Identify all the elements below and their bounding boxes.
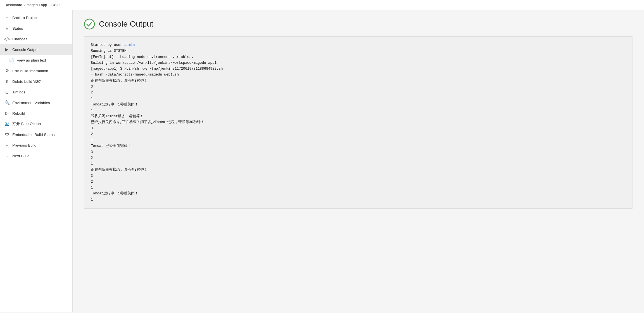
environment-variables-label: Environment Variables xyxy=(12,101,50,105)
sidebar-item-open-blue-ocean[interactable]: 🌊打开 Blue Ocean xyxy=(0,119,72,129)
sidebar-item-console-output[interactable]: ▶Console Output xyxy=(0,44,72,55)
sidebar-item-status[interactable]: ≡Status xyxy=(0,23,72,34)
sidebar-item-delete-build[interactable]: 🗑Delete build '#20' xyxy=(0,76,72,87)
changes-icon: </> xyxy=(4,36,9,41)
sidebar-item-next-build[interactable]: →Next Build xyxy=(0,150,72,161)
status-icon: ≡ xyxy=(4,26,9,31)
timings-icon: ⏱ xyxy=(4,90,9,95)
edit-build-information-icon: ⚙ xyxy=(4,68,9,73)
page-title-row: Console Output xyxy=(84,18,633,30)
embeddable-build-status-icon: 🛡 xyxy=(4,132,9,137)
sidebar-item-changes[interactable]: </>Changes xyxy=(0,34,72,44)
admin-link[interactable]: admin xyxy=(124,43,135,47)
embeddable-build-status-label: Embeddable Build Status xyxy=(12,133,55,137)
previous-build-label: Previous Build xyxy=(12,143,36,147)
environment-variables-icon: 🔍 xyxy=(4,100,9,105)
page-layout: ↑Back to Project≡Status</>Changes▶Consol… xyxy=(0,10,644,312)
console-output-box: Started by user admin Running as SYSTEM … xyxy=(84,36,633,209)
main-content: Console Output Started by user admin Run… xyxy=(73,10,644,312)
view-as-plain-text-label: View as plain text xyxy=(17,58,46,62)
next-build-label: Next Build xyxy=(12,154,30,158)
success-icon xyxy=(84,18,95,30)
sidebar-item-environment-variables[interactable]: 🔍Environment Variables xyxy=(0,97,72,108)
next-build-icon: → xyxy=(4,153,9,158)
timings-label: Timings xyxy=(12,90,25,94)
console-output-label: Console Output xyxy=(12,48,39,52)
page-title: Console Output xyxy=(99,20,153,29)
console-output-icon: ▶ xyxy=(4,47,9,52)
sidebar-item-back-to-project[interactable]: ↑Back to Project xyxy=(0,12,72,23)
sidebar-item-previous-build[interactable]: ←Previous Build xyxy=(0,140,72,150)
open-blue-ocean-icon: 🌊 xyxy=(4,121,9,126)
breadcrumb-dashboard[interactable]: Dashboard xyxy=(4,3,22,7)
sidebar-item-view-as-plain-text[interactable]: 📄View as plain text xyxy=(0,55,72,65)
back-to-project-label: Back to Project xyxy=(12,16,38,20)
breadcrumb-build: #20 xyxy=(53,3,60,7)
open-blue-ocean-label: 打开 Blue Ocean xyxy=(12,121,41,126)
previous-build-icon: ← xyxy=(4,143,9,148)
back-to-project-icon: ↑ xyxy=(4,15,9,20)
delete-build-label: Delete build '#20' xyxy=(12,79,41,84)
delete-build-icon: 🗑 xyxy=(4,79,9,84)
view-as-plain-text-icon: 📄 xyxy=(9,58,14,63)
breadcrumb: Dashboard › magedu-app1 › #20 xyxy=(0,0,644,10)
rebuild-label: Rebuild xyxy=(12,111,25,116)
changes-label: Changes xyxy=(12,37,27,41)
breadcrumb-project[interactable]: magedu-app1 xyxy=(27,3,49,7)
edit-build-information-label: Edit Build Information xyxy=(12,69,48,73)
sidebar-item-rebuild[interactable]: ▷Rebuild xyxy=(0,108,72,119)
breadcrumb-sep-2: › xyxy=(51,3,52,7)
status-label: Status xyxy=(12,26,23,30)
sidebar-item-timings[interactable]: ⏱Timings xyxy=(0,87,72,97)
rebuild-icon: ▷ xyxy=(4,111,9,116)
sidebar-item-embeddable-build-status[interactable]: 🛡Embeddable Build Status xyxy=(0,129,72,140)
sidebar-item-edit-build-information[interactable]: ⚙Edit Build Information xyxy=(0,65,72,76)
breadcrumb-sep-1: › xyxy=(24,3,25,7)
sidebar: ↑Back to Project≡Status</>Changes▶Consol… xyxy=(0,10,73,312)
